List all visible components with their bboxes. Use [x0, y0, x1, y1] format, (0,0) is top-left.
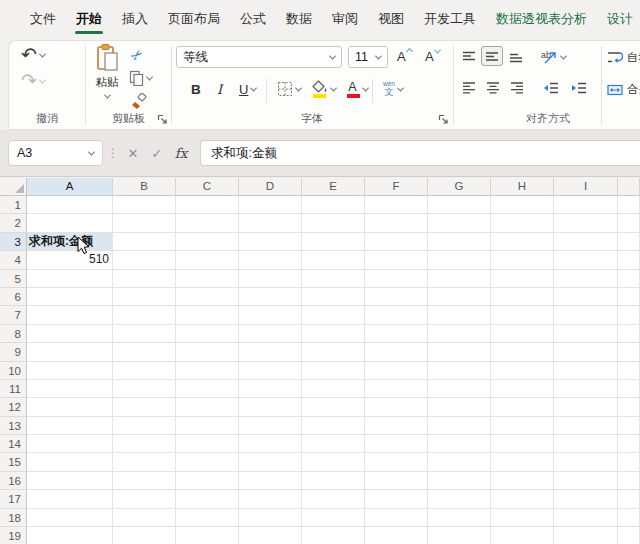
row-header-10[interactable]: 10 — [0, 362, 27, 380]
cell-C14[interactable] — [176, 435, 239, 453]
cell-B16[interactable] — [113, 472, 176, 490]
cell-F15[interactable] — [365, 453, 428, 471]
cell-x10[interactable] — [618, 362, 640, 380]
chevron-down-icon[interactable] — [250, 84, 257, 91]
row-header-18[interactable]: 18 — [0, 509, 27, 527]
cell-D16[interactable] — [239, 472, 302, 490]
formula-input[interactable]: 求和项:金额 — [200, 140, 640, 166]
cell-D7[interactable] — [239, 306, 302, 324]
tab-数据[interactable]: 数据 — [276, 0, 322, 38]
cell-G4[interactable] — [428, 251, 491, 269]
cell-I15[interactable] — [554, 453, 618, 471]
format-painter-button[interactable] — [128, 91, 151, 112]
cell-D8[interactable] — [239, 325, 302, 343]
cell-A7[interactable] — [27, 306, 113, 324]
cell-F9[interactable] — [365, 343, 428, 361]
cell-I17[interactable] — [554, 490, 618, 508]
cell-x3[interactable] — [618, 233, 640, 251]
cell-E18[interactable] — [302, 509, 365, 527]
cell-B13[interactable] — [113, 417, 176, 435]
cell-x16[interactable] — [618, 472, 640, 490]
cell-H17[interactable] — [491, 490, 554, 508]
cell-B19[interactable] — [113, 527, 176, 544]
merge-center-button[interactable]: 合并 — [607, 82, 640, 97]
cell-C17[interactable] — [176, 490, 239, 508]
cell-x15[interactable] — [618, 453, 640, 471]
cell-I2[interactable] — [554, 214, 618, 232]
row-header-9[interactable]: 9 — [0, 343, 27, 361]
decrease-font-size-button[interactable]: A — [422, 47, 443, 66]
align-right-button[interactable] — [506, 78, 528, 98]
cell-G3[interactable] — [428, 233, 491, 251]
copy-button[interactable] — [126, 68, 155, 88]
tab-开始[interactable]: 开始 — [66, 0, 112, 38]
cell-D13[interactable] — [239, 417, 302, 435]
cell-B1[interactable] — [113, 196, 176, 214]
cell-B11[interactable] — [113, 380, 176, 398]
tab-数据透视表分析[interactable]: 数据透视表分析 — [486, 0, 597, 38]
cell-H19[interactable] — [491, 527, 554, 544]
row-header-7[interactable]: 7 — [0, 306, 27, 324]
top-align-button[interactable] — [458, 47, 480, 67]
paste-button[interactable]: 粘贴 — [88, 43, 126, 115]
column-header-H[interactable]: H — [491, 178, 554, 196]
chevron-down-icon[interactable] — [103, 92, 110, 99]
cell-F8[interactable] — [365, 325, 428, 343]
cell-C2[interactable] — [176, 214, 239, 232]
cell-I12[interactable] — [554, 398, 618, 416]
cell-x18[interactable] — [618, 509, 640, 527]
cell-F6[interactable] — [365, 288, 428, 306]
cell-G6[interactable] — [428, 288, 491, 306]
cell-I7[interactable] — [554, 306, 618, 324]
tab-开发工具[interactable]: 开发工具 — [414, 0, 486, 38]
cell-B2[interactable] — [113, 214, 176, 232]
cell-B14[interactable] — [113, 435, 176, 453]
cell-G14[interactable] — [428, 435, 491, 453]
cell-D3[interactable] — [239, 233, 302, 251]
cell-x14[interactable] — [618, 435, 640, 453]
cell-D19[interactable] — [239, 527, 302, 544]
cell-I10[interactable] — [554, 362, 618, 380]
cell-E15[interactable] — [302, 453, 365, 471]
cell-C12[interactable] — [176, 398, 239, 416]
cell-E11[interactable] — [302, 380, 365, 398]
formula-bar-resize-handle[interactable]: ⋮ — [107, 130, 119, 177]
row-header-13[interactable]: 13 — [0, 417, 27, 435]
cell-D17[interactable] — [239, 490, 302, 508]
cell-E17[interactable] — [302, 490, 365, 508]
cell-G12[interactable] — [428, 398, 491, 416]
cell-D5[interactable] — [239, 270, 302, 288]
cell-x7[interactable] — [618, 306, 640, 324]
chevron-down-icon[interactable] — [362, 84, 369, 91]
cell-A16[interactable] — [27, 472, 113, 490]
cell-D4[interactable] — [239, 251, 302, 269]
cell-H13[interactable] — [491, 417, 554, 435]
cell-I4[interactable] — [554, 251, 618, 269]
cell-D10[interactable] — [239, 362, 302, 380]
row-header-11[interactable]: 11 — [0, 380, 27, 398]
cell-H1[interactable] — [491, 196, 554, 214]
select-all-button[interactable] — [0, 178, 27, 196]
cell-I9[interactable] — [554, 343, 618, 361]
cell-G15[interactable] — [428, 453, 491, 471]
chevron-down-icon[interactable] — [295, 84, 302, 91]
name-box[interactable]: A3 — [8, 140, 103, 166]
row-header-19[interactable]: 19 — [0, 527, 27, 544]
cell-I14[interactable] — [554, 435, 618, 453]
row-header-4[interactable]: 4 — [0, 251, 27, 269]
tab-审阅[interactable]: 审阅 — [322, 0, 368, 38]
cell-A4[interactable]: 510 — [27, 251, 113, 269]
cell-D11[interactable] — [239, 380, 302, 398]
align-center-button[interactable] — [482, 78, 504, 98]
cell-x11[interactable] — [618, 380, 640, 398]
cell-F17[interactable] — [365, 490, 428, 508]
cell-E16[interactable] — [302, 472, 365, 490]
cell-B7[interactable] — [113, 306, 176, 324]
row-header-2[interactable]: 2 — [0, 214, 27, 232]
cell-B9[interactable] — [113, 343, 176, 361]
row-header-14[interactable]: 14 — [0, 435, 27, 453]
cell-A13[interactable] — [27, 417, 113, 435]
font-size-combo[interactable]: 11 — [348, 46, 388, 68]
cell-G10[interactable] — [428, 362, 491, 380]
cell-C9[interactable] — [176, 343, 239, 361]
